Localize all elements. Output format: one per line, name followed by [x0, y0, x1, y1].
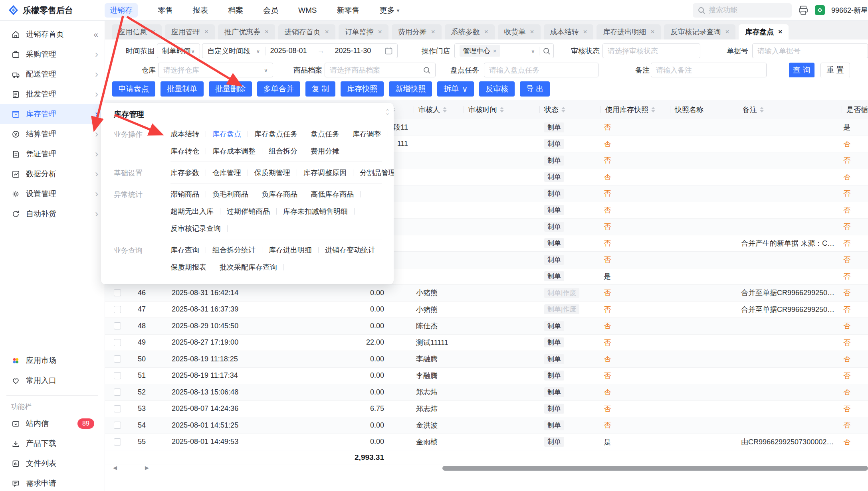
table-row[interactable]: 512025-08-19 11:17:340.00李融腾制单否否	[105, 368, 868, 385]
collapse-sidebar-icon[interactable]: «	[93, 30, 98, 39]
tab-应用管理[interactable]: 应用管理×	[165, 24, 215, 39]
date-to[interactable]: 2025-11-30	[335, 47, 371, 55]
close-tab-icon[interactable]: ×	[378, 28, 382, 36]
close-tab-icon[interactable]: ×	[431, 28, 435, 36]
table-row[interactable]: 462025-08-31 16:42:140.00小猪熊制单|作废否合并至单据C…	[105, 285, 868, 302]
close-tab-icon[interactable]: ×	[530, 28, 534, 36]
nav-item-1[interactable]: 零售	[158, 5, 173, 16]
menu-scroll-hint-icon[interactable]: ˄˅	[386, 108, 389, 116]
sort-icon[interactable]	[561, 107, 565, 112]
menu-link-滞销商品[interactable]: 滞销商品	[170, 189, 199, 199]
menu-link-盘点任务[interactable]: 盘点任务	[311, 129, 339, 139]
close-tab-icon[interactable]: ×	[778, 28, 782, 36]
tab-系统参数[interactable]: 系统参数×	[445, 24, 495, 39]
warehouse-select[interactable]: 请选择仓库∨	[158, 63, 273, 77]
sidebar-item-应用市场[interactable]: 应用市场	[0, 351, 105, 371]
menu-link-负库存商品[interactable]: 负库存商品	[262, 189, 297, 199]
row-checkbox[interactable]	[114, 339, 121, 346]
menu-link-库存参数[interactable]: 库存参数	[170, 168, 199, 177]
nav-item-4[interactable]: 会员	[263, 5, 278, 16]
column-header-快照名称[interactable]: 快照名称	[670, 100, 738, 119]
action-button-库存快照[interactable]: 库存快照	[341, 81, 384, 97]
sidebar-item-文件列表[interactable]: 文件列表	[0, 454, 105, 473]
audit-status-select[interactable]: 请选择审核状态	[602, 43, 700, 58]
sidebar-item-批发管理[interactable]: 批发管理›	[0, 84, 105, 104]
close-tab-icon[interactable]: ×	[484, 28, 488, 36]
tab-库存进出明细[interactable]: 库存进出明细×	[597, 24, 661, 39]
menu-link-反审核记录查询[interactable]: 反审核记录查询	[170, 224, 221, 233]
tab-应用信息[interactable]: 应用信息×	[112, 24, 162, 39]
sort-icon[interactable]	[651, 107, 655, 112]
row-checkbox[interactable]	[114, 306, 121, 313]
menu-link-过期催销商品[interactable]: 过期催销商品	[227, 207, 270, 216]
tab-反审核记录查询[interactable]: 反审核记录查询×	[664, 24, 735, 39]
tab-推广优惠券[interactable]: 推广优惠券×	[218, 24, 275, 39]
column-header-状态[interactable]: 状态	[539, 100, 600, 119]
tab-进销存首页[interactable]: 进销存首页×	[278, 24, 335, 39]
menu-link-分割品管理[interactable]: 分割品管理	[360, 168, 394, 177]
menu-link-库存未扣减销售明细[interactable]: 库存未扣减销售明细	[283, 207, 348, 216]
close-tab-icon[interactable]: ×	[650, 28, 654, 36]
table-row[interactable]: 522025-08-13 15:06:480.00郑志炜制单否否	[105, 384, 868, 401]
table-row[interactable]: 482025-08-29 10:45:500.00陈仕杰制单否否	[105, 318, 868, 335]
column-header-审核人[interactable]: 审核人	[414, 100, 464, 119]
menu-link-组合拆分统计[interactable]: 组合拆分统计	[212, 245, 256, 255]
column-header-是否循环盘点[interactable]: 是否循环盘点	[842, 100, 868, 119]
time-type-select[interactable]: 制单时间∨	[157, 43, 200, 58]
column-header-备注[interactable]: 备注	[738, 100, 842, 119]
nav-item-3[interactable]: 档案	[228, 5, 243, 16]
menu-link-进销存变动统计[interactable]: 进销存变动统计	[325, 245, 375, 255]
tab-成本结转[interactable]: 成本结转×	[544, 24, 594, 39]
row-checkbox[interactable]	[114, 438, 121, 446]
nav-item-6[interactable]: 新零售	[337, 5, 359, 16]
menu-link-库存盘点[interactable]: 库存盘点	[212, 129, 241, 139]
menu-link-高低库存商品[interactable]: 高低库存商品	[311, 189, 354, 199]
table-row[interactable]: 492025-08-27 17:19:0022.00测试11111制单否否	[105, 335, 868, 351]
menu-link-库存进出明细[interactable]: 库存进出明细	[269, 245, 312, 255]
menu-link-批次采配库存查询[interactable]: 批次采配库存查询	[220, 262, 277, 272]
global-search[interactable]	[693, 3, 792, 18]
menu-link-库存调整[interactable]: 库存调整	[353, 129, 381, 139]
sidebar-item-结算管理[interactable]: 结算管理›	[0, 124, 105, 144]
store-tag[interactable]: 管理中心×	[460, 45, 500, 57]
goods-input[interactable]: 请选择商品档案	[325, 63, 436, 77]
close-tab-icon[interactable]: ×	[725, 28, 729, 36]
menu-link-负毛利商品[interactable]: 负毛利商品	[212, 189, 248, 199]
action-button-拆单[interactable]: 拆单∨	[437, 81, 474, 97]
sidebar-item-采购管理[interactable]: 采购管理›	[0, 44, 105, 64]
nav-item-2[interactable]: 报表	[193, 5, 208, 16]
row-checkbox[interactable]	[114, 388, 121, 396]
table-row[interactable]: 552025-08-01 14:49:530.00金雨桢制单是由CR996629…	[105, 434, 868, 451]
query-button[interactable]: 查 询	[789, 63, 814, 77]
menu-link-仓库管理[interactable]: 仓库管理	[212, 168, 241, 177]
sort-icon[interactable]	[443, 107, 447, 112]
reset-button[interactable]: 重 置	[820, 63, 850, 77]
date-from[interactable]: 2025-08-01	[270, 47, 307, 55]
close-tab-icon[interactable]: ×	[265, 28, 269, 36]
sidebar-item-配送管理[interactable]: 配送管理›	[0, 64, 105, 84]
menu-link-保质期报表[interactable]: 保质期报表	[170, 262, 206, 272]
action-button-新增快照[interactable]: 新增快照	[389, 81, 432, 97]
column-header-审核时间[interactable]: 审核时间	[464, 100, 539, 119]
tab-收货单[interactable]: 收货单×	[498, 24, 541, 39]
account-name[interactable]: 99662-新星	[831, 6, 868, 15]
remark-input[interactable]: 请输入备注	[651, 63, 767, 77]
printer-icon[interactable]	[798, 5, 809, 16]
remove-tag-icon[interactable]: ×	[493, 47, 497, 54]
sidebar-item-库存管理[interactable]: 库存管理›	[0, 104, 105, 124]
store-select[interactable]: 管理中心× ∨	[454, 43, 554, 58]
menu-link-库存查询[interactable]: 库存查询	[170, 245, 199, 255]
tab-订单监控[interactable]: 订单监控×	[339, 24, 388, 39]
sidebar-item-常用入口[interactable]: 常用入口	[0, 371, 105, 390]
close-tab-icon[interactable]: ×	[204, 28, 208, 36]
sidebar-item-自动补货[interactable]: 自动补货›	[0, 204, 105, 224]
search-input[interactable]	[709, 6, 777, 14]
row-checkbox[interactable]	[114, 372, 121, 379]
menu-link-保质期管理[interactable]: 保质期管理	[254, 168, 290, 177]
nav-item-0[interactable]: 进销存	[105, 3, 138, 18]
menu-link-组合拆分[interactable]: 组合拆分	[269, 146, 297, 156]
table-row[interactable]: 532025-08-07 14:24:366.75郑志炜制单否否	[105, 401, 868, 418]
row-checkbox[interactable]	[114, 355, 121, 363]
sidebar-item-进销存首页[interactable]: 进销存首页«	[0, 24, 105, 44]
goods-search-icon[interactable]	[423, 67, 430, 74]
